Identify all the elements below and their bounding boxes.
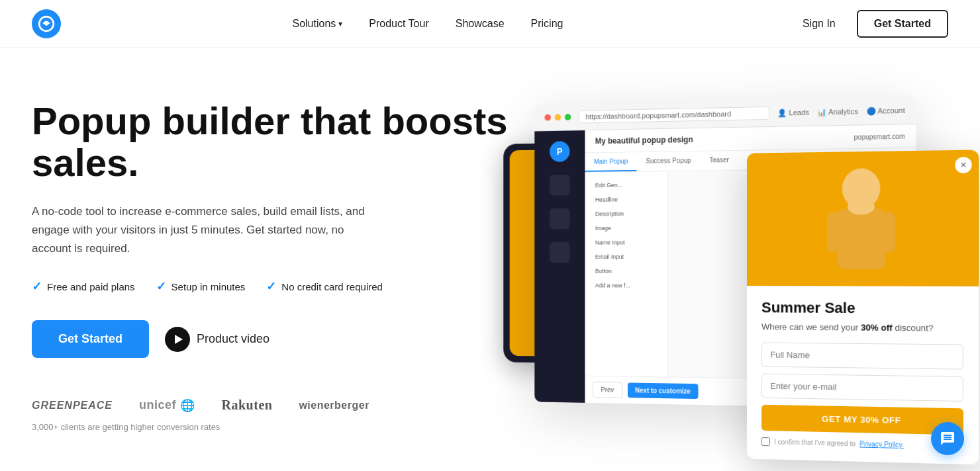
field-button[interactable]: Button — [591, 265, 662, 278]
field-name-input[interactable]: Name Input — [591, 236, 662, 249]
svg-rect-5 — [827, 212, 839, 253]
logo-greenpeace: GREENPEACE — [32, 400, 113, 411]
leads-label: 👤 Leads — [777, 108, 809, 117]
get-started-nav-button[interactable]: Get Started — [857, 10, 948, 38]
browser-traffic-lights — [544, 114, 571, 121]
nav-solutions[interactable]: Solutions ▾ — [292, 18, 342, 30]
privacy-policy-link[interactable]: Privacy Policy. — [859, 440, 904, 449]
browser-url-bar[interactable]: https://dashboard.popupsmart.com/dashboa… — [578, 107, 769, 124]
popup-close-button[interactable]: ✕ — [955, 157, 971, 173]
sidebar-logo: P — [550, 141, 569, 162]
logo-rakuten: Rakuten — [222, 398, 273, 413]
svg-rect-6 — [883, 212, 895, 252]
check-no-credit-card: ✓ No credit card required — [266, 279, 383, 294]
app-fields-panel: Edit Gen... Headline Description Image N… — [585, 171, 668, 376]
browser-mockup: https://dashboard.popupsmart.com/dashboa… — [516, 95, 965, 436]
next-customize-button[interactable]: Next to customize — [627, 382, 698, 399]
signin-button[interactable]: Sign In — [795, 13, 844, 35]
popup-email-input[interactable] — [761, 374, 963, 402]
nav-product-tour[interactable]: Product Tour — [369, 18, 428, 30]
checkmark-icon-2: ✓ — [156, 279, 166, 294]
tab-main-popup[interactable]: Main Popup — [585, 152, 636, 172]
play-icon — [165, 327, 190, 352]
nav-actions: Sign In Get Started — [795, 10, 948, 38]
popup-woman-svg — [813, 151, 908, 286]
field-edit-gen[interactable]: Edit Gen... — [591, 178, 662, 192]
popup-agree-checkbox[interactable] — [761, 437, 770, 446]
dot-yellow — [554, 114, 561, 120]
hero-left: Popup builder that boosts sales. A no-co… — [32, 100, 509, 433]
field-description[interactable]: Description — [591, 207, 662, 220]
popup-title: Summer Sale — [761, 299, 963, 318]
checkmark-icon-1: ✓ — [32, 279, 42, 294]
nav-pricing[interactable]: Pricing — [531, 18, 564, 30]
hero-buttons: Get Started Product video — [32, 320, 509, 358]
browser-nav-icons: 👤 Leads 📊 Analytics 🔵 Account — [777, 106, 905, 117]
app-design-title: My beautiful popup design — [595, 135, 693, 146]
sidebar-item-2[interactable] — [550, 208, 569, 229]
logo-wienerberger: wienerberger — [299, 400, 369, 411]
field-email-input[interactable]: Email Input — [591, 250, 662, 263]
product-video-button[interactable]: Product video — [165, 327, 270, 352]
svg-rect-3 — [837, 208, 885, 269]
sidebar-icon-1 — [550, 175, 569, 196]
popup-desc: Where can we send your 30% off discount? — [761, 321, 963, 333]
popup-card: ✕ Summer Sale Where can we send your 30%… — [747, 150, 979, 464]
sidebar-icon-3 — [550, 242, 569, 263]
hero-right: https://dashboard.popupsmart.com/dashboa… — [509, 101, 959, 431]
solutions-chevron-icon: ▾ — [338, 19, 342, 28]
sidebar-icon-2 — [550, 208, 569, 229]
popup-image — [747, 150, 979, 286]
logo-unicef: unicef 🌐 — [139, 398, 195, 413]
dot-red — [544, 114, 550, 121]
svg-point-1 — [44, 22, 48, 25]
logo[interactable] — [32, 9, 61, 38]
prev-button[interactable]: Prev — [593, 382, 622, 398]
logo-svg — [38, 15, 55, 32]
nav-showcase[interactable]: Showcase — [456, 18, 505, 30]
navbar: Solutions ▾ Product Tour Showcase Pricin… — [0, 0, 980, 48]
tab-teaser[interactable]: Teaser — [700, 151, 738, 171]
checkmark-icon-3: ✓ — [266, 279, 276, 294]
popup-fullname-input[interactable] — [761, 342, 963, 369]
app-sidebar: P — [534, 130, 585, 403]
nav-links: Solutions ▾ Product Tour Showcase Pricin… — [292, 18, 563, 30]
hero-title: Popup builder that boosts sales. — [32, 100, 509, 185]
dot-green — [564, 114, 571, 120]
check-free-plans: ✓ Free and paid plans — [32, 279, 135, 294]
tab-success-popup[interactable]: Success Popup — [637, 151, 700, 171]
chat-icon — [940, 431, 956, 447]
chat-widget-button[interactable] — [931, 422, 964, 455]
domain-label: popupsmart.com — [854, 132, 905, 141]
check-setup: ✓ Setup in minutes — [156, 279, 246, 294]
get-started-main-button[interactable]: Get Started — [32, 320, 149, 358]
field-headline[interactable]: Headline — [591, 193, 662, 206]
hero-section: Popup builder that boosts sales. A no-co… — [0, 48, 980, 471]
field-image[interactable]: Image — [591, 222, 662, 235]
sidebar-item-1[interactable] — [550, 175, 569, 196]
sidebar-item-3[interactable] — [550, 242, 569, 263]
unicef-globe-icon: 🌐 — [180, 398, 195, 413]
clients-label: 3,000+ clients are getting higher conver… — [32, 422, 509, 432]
hero-subtitle: A no-code tool to increase e-commerce sa… — [32, 202, 376, 258]
hero-logos: GREENPEACE unicef 🌐 Rakuten wienerberger — [32, 398, 509, 413]
app-header-right: popupsmart.com — [854, 132, 905, 141]
hero-checks: ✓ Free and paid plans ✓ Setup in minutes… — [32, 279, 509, 294]
field-add-new[interactable]: Add a new f... — [591, 279, 662, 292]
logo-icon — [32, 9, 61, 38]
analytics-label: 📊 Analytics — [817, 107, 858, 116]
account-label: 🔵 Account — [866, 106, 905, 115]
